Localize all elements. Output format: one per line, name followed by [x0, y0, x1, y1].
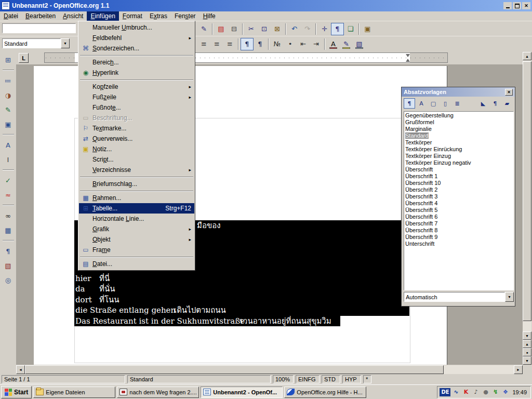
menu-item-fussnote[interactable]: Fußnote... ▸: [79, 102, 194, 113]
taskbar-button-nach-dem-weg[interactable]: nach dem Weg fragen 2....: [117, 387, 199, 398]
paste-icon[interactable]: ⊠: [271, 23, 284, 35]
images-onoff-icon[interactable]: ▧: [2, 259, 15, 272]
stylist-title-bar[interactable]: Absatzvorlagen ✕: [402, 87, 515, 97]
decrease-indent-icon[interactable]: ⇤: [297, 38, 310, 50]
menu-item-sonderzeichen[interactable]: ⌘ Sonderzeichen... ▸: [79, 43, 194, 54]
menu-item-feldbefehl[interactable]: Feldbefehl ▸: [79, 33, 194, 43]
style-filter-input[interactable]: [404, 292, 505, 302]
horizontal-scroll-thumb[interactable]: [25, 365, 444, 374]
next-page-button[interactable]: ▼: [523, 356, 531, 365]
menubar-item-fenster[interactable]: Fenster: [171, 11, 200, 21]
numbered-list-icon[interactable]: №: [271, 38, 284, 50]
document-line[interactable]: Das Restaurant ist in der Sukhumvitstraß…: [74, 316, 340, 326]
taskbar-button-hilfe[interactable]: OpenOffice.org Hilfe - H...: [284, 387, 366, 398]
paragraph-styles-icon[interactable]: ¶: [404, 98, 415, 109]
paragraph-style-input[interactable]: [2, 38, 61, 48]
style-item[interactable]: Überschrift 5: [404, 207, 513, 214]
taskbar-button-unbenannt2[interactable]: Unbenannt2 - OpenOf...: [201, 387, 283, 398]
menu-item-textmarke[interactable]: ⚐ Textmarke... ▸: [79, 123, 194, 134]
page-styles-icon[interactable]: ▯: [440, 98, 451, 109]
align-right-icon[interactable]: ≡: [210, 38, 223, 50]
increase-indent-icon[interactable]: ⇥: [310, 38, 323, 50]
style-item[interactable]: Überschrift 10: [404, 180, 513, 187]
style-item[interactable]: Überschrift 3: [404, 193, 513, 200]
menu-item-tabelle[interactable]: ⊞ Tabelle... Strg+F12 ▸: [79, 203, 194, 214]
align-justify-icon[interactable]: ≡: [223, 38, 236, 50]
menu-item-fusszeile[interactable]: Fußzeile ▸: [79, 92, 194, 102]
style-combo-dropdown[interactable]: ▼: [61, 38, 70, 48]
style-item[interactable]: Überschrift 1: [404, 173, 513, 180]
background-color-icon[interactable]: ▧: [353, 38, 366, 50]
menubar-item-datei[interactable]: Datei: [0, 11, 22, 21]
app-window-icon[interactable]: [2, 2, 10, 10]
menu-item-objekt[interactable]: Objekt ▸: [79, 234, 194, 245]
minimize-button[interactable]: [503, 2, 512, 9]
online-layout-icon[interactable]: ◎: [2, 274, 15, 286]
export-pdf-icon[interactable]: ▤: [215, 23, 228, 35]
style-item[interactable]: Textkörper: [404, 139, 513, 146]
print-icon[interactable]: ⊟: [228, 23, 241, 35]
menubar-item-ansicht[interactable]: Ansicht: [59, 11, 87, 21]
status-hyperlink-mode[interactable]: HYP: [342, 375, 361, 383]
url-field[interactable]: [2, 23, 76, 33]
taskbar-button-eigene-dateien[interactable]: Eigene Dateien: [33, 387, 115, 398]
style-item[interactable]: Überschrift 9: [404, 234, 513, 241]
document-line[interactable]: die Straße entlang gehenเดินไปตามถนน: [74, 305, 409, 315]
menubar-item-einfuegen[interactable]: Einfügen: [87, 11, 118, 21]
vertical-scroll-thumb[interactable]: [523, 61, 531, 321]
menu-item-grafik[interactable]: Grafik ▸: [79, 224, 194, 234]
menubar-item-format[interactable]: Format: [119, 11, 146, 21]
status-insert-mode[interactable]: EINFG: [296, 375, 320, 383]
navigator-icon[interactable]: ✛: [318, 23, 331, 35]
menu-item-verzeichnisse[interactable]: Verzeichnisse ▸: [79, 165, 194, 175]
mouse-icon[interactable]: ●: [481, 388, 490, 396]
draw-functions-icon[interactable]: ✎: [2, 103, 15, 116]
menubar-item-bearbeiten[interactable]: Bearbeiten: [22, 11, 59, 21]
status-selection-mode[interactable]: STD: [322, 375, 340, 383]
restore-button[interactable]: [513, 2, 521, 9]
font-color-icon[interactable]: A: [327, 38, 340, 50]
tab-type-selector[interactable]: L: [19, 53, 29, 63]
scroll-up-button[interactable]: ▲: [523, 52, 531, 60]
update-style-icon[interactable]: ▰: [501, 98, 513, 109]
menu-item-script[interactable]: Script... ▸: [79, 154, 194, 165]
status-modified[interactable]: *: [363, 375, 371, 383]
updater-icon[interactable]: ↯: [491, 388, 500, 396]
style-item[interactable]: Überschrift 4: [404, 200, 513, 207]
bullet-list-icon[interactable]: •: [284, 38, 297, 50]
status-zoom[interactable]: 100%: [273, 375, 294, 383]
menu-item-querverweis[interactable]: ⇄ Querverweis... ▸: [79, 134, 194, 144]
find-icon[interactable]: ∞: [2, 209, 15, 222]
undo-icon[interactable]: ↶: [288, 23, 301, 35]
start-button[interactable]: Start: [1, 386, 32, 398]
style-item[interactable]: Marginalie: [404, 126, 513, 132]
align-center-icon[interactable]: ≡: [197, 38, 210, 50]
gallery-icon[interactable]: ❏: [344, 23, 357, 35]
insert-fields-icon[interactable]: ≔: [2, 74, 15, 87]
style-item[interactable]: Überschrift 8: [404, 227, 513, 234]
stylist-close-button[interactable]: ✕: [505, 89, 513, 96]
autospellcheck-icon[interactable]: ≈: [2, 189, 15, 201]
quickstarter-icon[interactable]: ∿: [451, 388, 460, 396]
stylist-icon[interactable]: ¶: [331, 23, 344, 35]
ltr-direction-icon[interactable]: ¶: [241, 38, 254, 50]
autotext-icon[interactable]: A: [2, 139, 15, 151]
scroll-right-button[interactable]: ►: [514, 365, 523, 374]
cut-icon[interactable]: ✂: [245, 23, 258, 35]
horizontal-scroll-track[interactable]: [25, 365, 514, 374]
menu-item-briefumschlag[interactable]: Briefumschlag... ▸: [79, 179, 194, 189]
edit-file-icon[interactable]: ✎: [197, 23, 210, 35]
rtl-direction-icon[interactable]: ¶: [254, 38, 267, 50]
redo-icon[interactable]: ↷: [301, 23, 314, 35]
style-item[interactable]: Unterschrift: [404, 241, 513, 247]
indent-marker[interactable]: [406, 54, 410, 62]
status-page[interactable]: Seite 1 / 1: [2, 375, 125, 383]
document-line[interactable]: hierที่นี่: [74, 273, 409, 284]
menu-item-datei[interactable]: ▤ Datei... ▸: [79, 259, 194, 269]
style-item[interactable]: Gegenüberstellung: [404, 112, 513, 119]
status-page-style[interactable]: Standard: [127, 375, 271, 383]
menubar-item-hilfe[interactable]: Hilfe: [200, 11, 219, 21]
new-style-from-selection-icon[interactable]: ¶: [489, 98, 501, 109]
fill-format-icon[interactable]: ◣: [477, 98, 489, 109]
style-item[interactable]: Überschrift 6: [404, 214, 513, 220]
